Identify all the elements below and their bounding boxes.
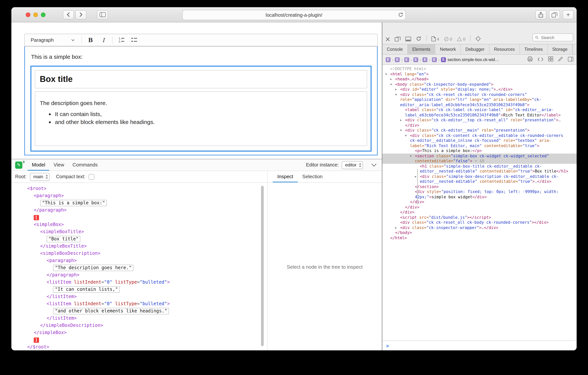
model-node[interactable]: <listItem listIndent="0" listType="bulle…	[11, 300, 267, 308]
model-node[interactable]: </simpleBox>	[11, 329, 267, 336]
dock-bottom-button[interactable]	[405, 37, 411, 41]
forward-button[interactable]	[75, 10, 86, 19]
model-tree-scrollbar[interactable]	[261, 186, 264, 348]
dom-node[interactable]: <p>This is a simple box:</p>	[382, 148, 577, 153]
element-chip[interactable]: E	[404, 57, 409, 62]
grid-overlay-button[interactable]	[548, 56, 553, 63]
dom-node[interactable]: </div>	[382, 210, 577, 215]
sidebar-toggle-button[interactable]	[97, 10, 108, 19]
model-node[interactable]: "and other block elements like headings.…	[11, 308, 267, 315]
tab-model[interactable]: Model	[28, 159, 49, 171]
dom-node[interactable]: <label class="ck ck-label ck-voice-label…	[382, 107, 577, 118]
editor-instance-select[interactable]: editor	[342, 161, 363, 169]
console-prompt[interactable]: >	[382, 341, 577, 350]
italic-button[interactable]: I	[99, 35, 108, 44]
errors-badge[interactable]: 0	[444, 37, 452, 41]
simple-box-widget[interactable]: Box title The description goes here. It …	[30, 66, 372, 152]
tab-debugger[interactable]: Debugger	[461, 44, 490, 54]
simple-box-title-field[interactable]: Box title	[35, 70, 367, 88]
model-node[interactable]: "It can contain lists,"	[11, 286, 267, 293]
edit-button[interactable]	[558, 56, 563, 63]
model-node[interactable]: "This is a simple box:"	[11, 199, 267, 207]
dom-node[interactable]: <div class="ck ck-reset_all ck-body ck-r…	[382, 220, 577, 225]
dom-node[interactable]: </div>	[382, 199, 577, 205]
model-node[interactable]: </paragraph>	[11, 207, 267, 214]
dom-node[interactable]: <!DOCTYPE html>	[382, 66, 577, 71]
dom-node[interactable]: ▶<head>…</head>	[382, 77, 577, 82]
dock-windows-button[interactable]	[395, 36, 400, 41]
new-tab-button[interactable]: +	[563, 10, 574, 19]
url-input[interactable]	[193, 12, 395, 18]
resources-badge[interactable]: 4	[431, 36, 439, 41]
element-chip[interactable]: E	[413, 57, 418, 62]
current-element-label[interactable]: section.simple-box.ck-wid…	[447, 57, 499, 62]
tab-inspect[interactable]: Inspect	[273, 171, 298, 182]
model-node[interactable]: <simpleBox>	[11, 221, 267, 228]
dom-node[interactable]: ▼<body class="ck-inspector-body-expanded…	[382, 82, 577, 87]
reload-button[interactable]	[398, 12, 403, 19]
tab-network[interactable]: Network	[435, 44, 461, 54]
details-sidebar-button[interactable]	[568, 56, 573, 63]
model-node[interactable]: </listItem>	[11, 293, 267, 300]
dom-node[interactable]: ▶<div class="ck-inspector-wrapper">…</di…	[382, 225, 577, 230]
editor-editable-area[interactable]: This is a simple box: Box title The desc…	[24, 46, 378, 155]
dom-node[interactable]: <h1 class="simple-box-title ck-editor__e…	[382, 164, 577, 174]
reload-page-button[interactable]	[416, 36, 421, 41]
dom-node[interactable]: </section>	[382, 184, 577, 189]
compact-text-checkbox[interactable]	[89, 174, 94, 179]
share-button[interactable]	[535, 10, 546, 19]
tab-selection[interactable]: Selection	[298, 171, 327, 182]
dom-node[interactable]: <div style="position: fixed; top: 0px; l…	[382, 189, 577, 199]
dom-node[interactable]: ▼<section class="simple-box ck-widget ck…	[382, 153, 577, 164]
root-select[interactable]: main	[30, 173, 50, 181]
tab-storage[interactable]: Storage	[548, 44, 572, 54]
dom-node[interactable]: ▼<div class="ck ck-content ck-editor__ed…	[382, 133, 577, 148]
dom-node[interactable]: ▶<div id="editor" style="display: none;"…	[382, 87, 577, 92]
model-node[interactable]: ]	[11, 336, 267, 343]
tab-timelines[interactable]: Timelines	[520, 44, 548, 54]
dom-node[interactable]: ▶<div class="simple-box-description ck-e…	[382, 174, 577, 184]
model-node[interactable]: </simpleBoxTitle>	[11, 243, 267, 250]
more-tabs-button[interactable]: »	[572, 44, 577, 54]
element-chip[interactable]: E	[386, 57, 391, 62]
model-node[interactable]: <simpleBoxDescription>	[11, 250, 267, 257]
dom-node[interactable]: </div>	[382, 205, 577, 210]
bulleted-list-button[interactable]	[130, 35, 138, 44]
dom-node[interactable]: ▼<div class="ck ck-reset ck-editor ck-ro…	[382, 92, 577, 107]
model-node[interactable]: </simpleBoxDescription>	[11, 322, 267, 329]
tab-overview-button[interactable]	[549, 10, 560, 19]
model-node[interactable]: <paragraph>	[11, 192, 267, 199]
tab-resources[interactable]: Resources	[490, 44, 520, 54]
close-devtools-button[interactable]	[386, 37, 390, 41]
bold-button[interactable]: B	[86, 35, 95, 44]
element-picker-button[interactable]	[476, 36, 481, 41]
scrollbar-thumb[interactable]	[261, 186, 264, 346]
heading-dropdown[interactable]: Paragraph	[28, 36, 77, 44]
model-node[interactable]: <paragraph>	[11, 257, 267, 264]
devtools-search[interactable]	[532, 33, 573, 41]
element-chip[interactable]: E	[395, 57, 400, 62]
tab-elements[interactable]: Elements	[408, 44, 435, 54]
dom-node[interactable]: </body>	[382, 230, 577, 235]
element-chip[interactable]: E	[423, 57, 428, 62]
model-node[interactable]: <$root>	[11, 185, 267, 192]
element-chip[interactable]: E	[432, 57, 437, 62]
show-source-button[interactable]	[538, 56, 543, 63]
zoom-window-button[interactable]	[41, 12, 45, 17]
model-node[interactable]: </listItem>	[11, 315, 267, 322]
tab-commands[interactable]: Commands	[68, 159, 102, 171]
dom-node[interactable]: ▼<div class="ck ck-editor__main" role="p…	[382, 128, 577, 133]
model-node[interactable]: <listItem listIndent="0" listType="bulle…	[11, 279, 267, 286]
numbered-list-button[interactable]: 1.2.	[117, 35, 126, 44]
warnings-badge[interactable]: 0	[457, 37, 465, 41]
simple-box-description-field[interactable]: The description goes here. It can contai…	[35, 91, 367, 146]
model-node[interactable]: </$root>	[11, 343, 267, 350]
dom-node[interactable]: <script src="dist/bundle.js"></script>	[382, 215, 577, 220]
back-button[interactable]	[63, 10, 74, 19]
address-bar[interactable]	[182, 10, 406, 20]
print-button[interactable]	[527, 56, 533, 63]
search-input[interactable]	[540, 35, 570, 40]
model-node[interactable]: "The description goes here."	[11, 264, 267, 272]
model-node[interactable]: "Box title"	[11, 235, 267, 243]
model-node[interactable]: </paragraph>	[11, 272, 267, 279]
